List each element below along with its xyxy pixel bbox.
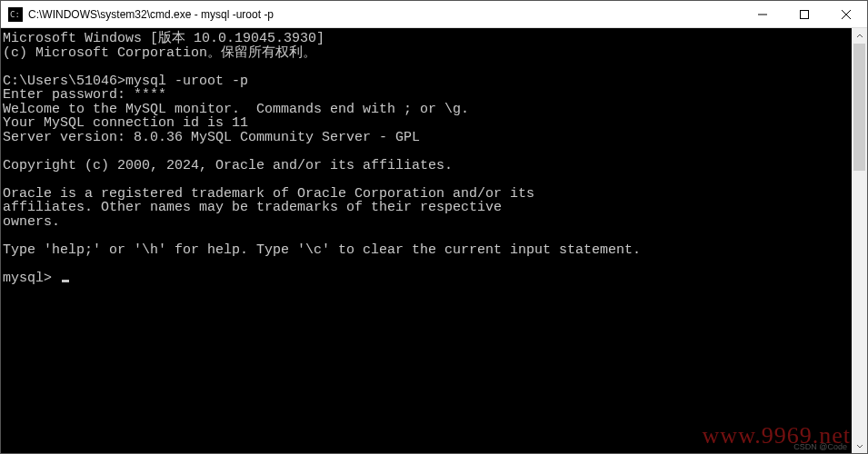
maximize-button[interactable]: [783, 1, 825, 27]
terminal-line: Copyright (c) 2000, 2024, Oracle and/or …: [3, 159, 850, 173]
terminal-prompt[interactable]: mysql>: [3, 271, 850, 286]
scroll-up-button[interactable]: [852, 28, 867, 44]
svg-rect-3: [801, 10, 809, 18]
close-button[interactable]: [825, 1, 867, 27]
scroll-down-button[interactable]: [852, 438, 867, 453]
terminal-line: Microsoft Windows [版本 10.0.19045.3930]: [3, 32, 850, 46]
terminal-line: Type 'help;' or '\h' for help. Type '\c'…: [3, 243, 850, 258]
window-controls: [742, 1, 867, 27]
terminal-line: Enter password: ****: [3, 88, 850, 103]
minimize-button[interactable]: [742, 1, 783, 27]
terminal-line: Oracle is a registered trademark of Orac…: [3, 187, 850, 202]
terminal-line: (c) Microsoft Corporation。保留所有权利。: [3, 46, 850, 61]
cursor: [62, 280, 69, 282]
terminal-line: [3, 229, 850, 243]
window-title: C:\WINDOWS\system32\cmd.exe - mysql -uro…: [28, 8, 742, 21]
terminal-line: C:\Users\51046>mysql -uroot -p: [3, 74, 850, 89]
terminal-line: [3, 257, 850, 271]
scroll-track[interactable]: [852, 44, 867, 438]
vertical-scrollbar[interactable]: [852, 28, 867, 453]
title-bar[interactable]: C: C:\WINDOWS\system32\cmd.exe - mysql -…: [1, 1, 867, 28]
terminal-line: [3, 60, 850, 74]
client-area: Microsoft Windows [版本 10.0.19045.3930](c…: [1, 28, 867, 453]
cmd-window: C: C:\WINDOWS\system32\cmd.exe - mysql -…: [0, 0, 868, 454]
terminal-output[interactable]: Microsoft Windows [版本 10.0.19045.3930](c…: [1, 28, 852, 453]
terminal-line: Welcome to the MySQL monitor. Commands e…: [3, 103, 850, 117]
scroll-thumb[interactable]: [853, 44, 865, 171]
terminal-line: Your MySQL connection id is 11: [3, 116, 850, 131]
terminal-line: owners.: [3, 215, 850, 230]
terminal-line: affiliates. Other names may be trademark…: [3, 201, 850, 215]
terminal-line: [3, 144, 850, 159]
cmd-icon: C:: [8, 7, 23, 22]
svg-text:C:: C:: [10, 10, 20, 19]
terminal-line: [3, 173, 850, 187]
terminal-line: Server version: 8.0.36 MySQL Community S…: [3, 131, 850, 145]
